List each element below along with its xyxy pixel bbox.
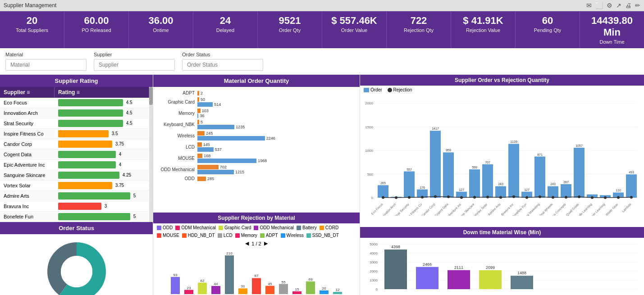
title-bar-icons: ✉ ⬜ ⚙ ↗ 🖨 ✏ <box>586 2 640 9</box>
supplier-filter-group: Supplier <box>94 52 175 71</box>
bar-wrapper: 702 1215 <box>197 165 356 174</box>
table-row: Strat Security 4.5 <box>0 118 149 129</box>
pagination: ◀ 1 / 2 ▶ <box>153 240 360 247</box>
edit-icon[interactable]: ✏ <box>635 2 640 9</box>
material-input[interactable] <box>5 59 87 71</box>
share-icon[interactable]: ↗ <box>616 2 621 9</box>
bar-chart-row: Graphic Card 50 514 <box>157 97 356 107</box>
bar-bottom: 1215 <box>197 170 356 174</box>
filter-icon[interactable]: ⚙ <box>607 2 612 9</box>
legend-text: ODM Mechanical <box>181 225 216 230</box>
svg-text:707: 707 <box>485 161 490 164</box>
table-row: Bravura Inc 3 <box>0 201 149 212</box>
svg-text:2111: 2111 <box>454 265 463 270</box>
rejection-dot <box>447 195 450 198</box>
downtime-chart-svg: 0100020003000400050004398246621112099148… <box>362 240 641 295</box>
print-icon[interactable]: 🖨 <box>625 2 631 9</box>
page-indicator: 1 / 2 <box>251 241 261 246</box>
svg-text:0: 0 <box>371 196 374 200</box>
bar-value-1: 5 <box>201 120 203 124</box>
svg-text:Lambda: Lambda <box>621 203 632 213</box>
bar-chart-row: MOUSE 168 1968 <box>157 154 356 163</box>
order-rejection-chart-container: 0500100015002000265Eco FocusInnovation A… <box>360 94 644 217</box>
svg-text:Zeal Wheels: Zeal Wheels <box>539 202 553 216</box>
rejection-title: Supplier Rejection by Material <box>153 213 360 223</box>
kpi-value: 9521 <box>260 15 320 27</box>
main-content: Supplier Rating Supplier ≡ Rating ≡ Eco … <box>0 75 644 295</box>
downtime-bar <box>448 270 470 289</box>
filters-row: Material Supplier Order Status <box>0 48 644 75</box>
svg-text:1000: 1000 <box>365 149 373 153</box>
svg-text:493: 493 <box>629 171 634 174</box>
bar-value-2: 537 <box>215 147 222 152</box>
svg-text:62: 62 <box>201 279 205 283</box>
bar-wrapper: 5 1235 <box>197 120 356 129</box>
kpi-value: 60 <box>517 15 578 27</box>
legend-item: Graphic Card <box>219 225 251 230</box>
material-order-qty-title: Material Order Quantity <box>153 75 360 87</box>
svg-text:1139: 1139 <box>510 140 517 143</box>
svg-text:4000: 4000 <box>370 251 378 255</box>
supplier-rating: 3.75 <box>55 139 149 150</box>
rejection-bar <box>238 288 247 294</box>
rejection-dot <box>499 196 502 199</box>
bar-segment-2 <box>197 136 265 141</box>
order-bar <box>469 169 480 198</box>
kpi-card: $ 557.46KOrder Value <box>322 11 387 48</box>
bar-top: 145 <box>197 142 356 147</box>
downtime-bar <box>511 276 533 289</box>
rating-col-header: Rating ≡ <box>55 87 149 98</box>
bar-top: 103 <box>197 109 356 113</box>
svg-text:110: 110 <box>616 189 621 192</box>
bar-label: ADPT <box>157 91 197 95</box>
kpi-value: 14439.80 Min <box>582 15 642 38</box>
rejection-dot <box>617 196 620 199</box>
legend-text: MOUSE <box>163 233 179 238</box>
legend-text: Memory <box>241 233 257 238</box>
legend-dot <box>157 233 161 238</box>
svg-text:287: 287 <box>563 181 569 184</box>
rejection-bar <box>333 292 342 294</box>
prev-page[interactable]: ◀ <box>245 241 249 246</box>
downtime-bar <box>416 267 438 289</box>
legend-item: ODM Mechanical <box>175 225 216 230</box>
supplier-rating: 4.5 <box>55 108 149 118</box>
order-status-input[interactable] <box>182 59 263 71</box>
monitor-icon[interactable]: ⬜ <box>595 2 603 9</box>
order-bar <box>574 148 585 198</box>
kpi-label: Delayed <box>195 27 256 33</box>
kpi-value: 20 <box>2 15 62 27</box>
legend-dot <box>254 226 258 230</box>
kpi-label: PO Released <box>66 27 127 33</box>
svg-text:2000: 2000 <box>370 269 378 273</box>
svg-text:1488: 1488 <box>517 271 526 275</box>
bar-segment-1 <box>197 154 202 158</box>
supplier-input[interactable] <box>94 59 175 71</box>
legend-dot <box>175 226 180 230</box>
bar-value-1: 168 <box>204 154 210 158</box>
legend-item: MOUSE <box>157 233 179 238</box>
next-page[interactable]: ▶ <box>264 241 268 246</box>
legend-item: ODD Mechanical <box>254 225 294 230</box>
supplier-rating: 4 <box>55 160 149 170</box>
supplier-name: Admire Arts <box>0 191 55 201</box>
rejection-dot <box>578 195 580 198</box>
supplier-name: Eco Focus <box>0 98 55 108</box>
supplier-rating: 3 <box>55 201 149 212</box>
email-icon[interactable]: ✉ <box>586 2 592 9</box>
bar-segment-2 <box>197 147 214 152</box>
bar-wrapper: 168 1968 <box>197 154 356 163</box>
svg-text:45: 45 <box>268 282 272 286</box>
svg-text:87: 87 <box>255 274 259 278</box>
rejection-bar <box>279 284 288 295</box>
svg-text:12: 12 <box>336 288 340 292</box>
legend-dot <box>218 233 222 238</box>
bar-bottom: 1235 <box>197 125 356 129</box>
order-rejection-chart-svg: 0500100015002000265Eco FocusInnovation A… <box>362 94 641 216</box>
svg-text:31: 31 <box>241 284 245 288</box>
kpi-label: Rejection Value <box>453 27 513 33</box>
downtime-bar <box>479 270 502 289</box>
rejection-dot <box>565 196 567 199</box>
rejection-bar <box>171 277 180 294</box>
bar-segment-2 <box>197 102 213 107</box>
